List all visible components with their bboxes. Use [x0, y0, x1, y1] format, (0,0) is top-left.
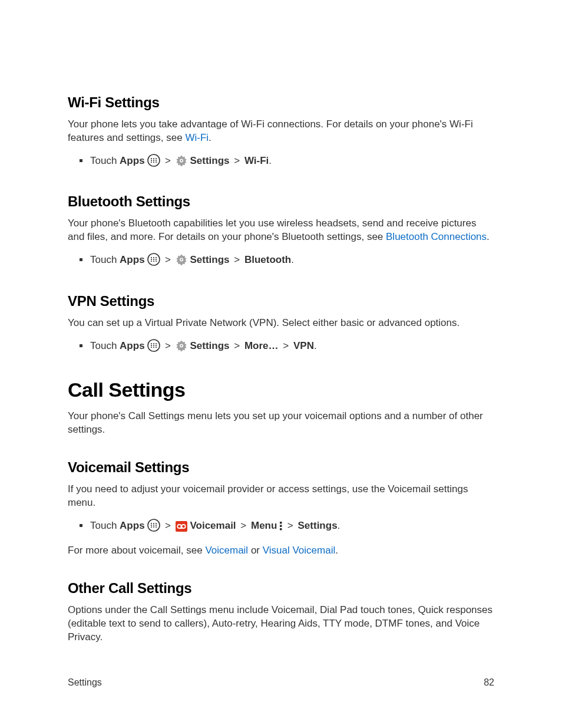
settings-gear-icon [176, 253, 187, 271]
vpn-description: You can set up a Virtual Private Network… [68, 317, 494, 330]
label-apps: Apps [120, 254, 145, 265]
label-voicemail: Voicemail [190, 520, 236, 531]
section-voicemail: Voicemail Settings If you need to adjust… [68, 459, 494, 558]
section-vpn: VPN Settings You can set up a Virtual Pr… [68, 293, 494, 356]
wifi-step-item: Touch Apps > Settings > Wi-Fi. [80, 153, 494, 172]
label-more: More… [244, 340, 279, 351]
footer-section-name: Settings [68, 677, 102, 688]
label-apps: Apps [120, 520, 145, 531]
apps-icon [147, 519, 160, 536]
bluetooth-step-item: Touch Apps > Settings > Bluetooth. [80, 252, 494, 271]
call-settings-description: Your phone's Call Settings menu lets you… [68, 410, 494, 437]
apps-icon [147, 339, 160, 357]
section-wifi: Wi-Fi Settings Your phone lets you take … [68, 94, 494, 171]
menu-overflow-icon [280, 520, 283, 535]
label-apps: Apps [120, 155, 145, 166]
section-other-call: Other Call Settings Options under the Ca… [68, 580, 494, 644]
voicemail-step-item: Touch Apps > Voicemail > Menu > Settings… [80, 518, 494, 536]
label-settings: Settings [190, 254, 229, 265]
bluetooth-description: Your phone's Bluetooth capabilities let … [68, 217, 494, 244]
footer-page-number: 82 [484, 677, 494, 688]
heading-bluetooth-settings: Bluetooth Settings [68, 193, 494, 210]
page-content: Wi-Fi Settings Your phone lets you take … [0, 0, 562, 644]
vpn-steps-list: Touch Apps > Settings > More… > VPN. [68, 338, 494, 357]
voicemail-steps-list: Touch Apps > Voicemail > Menu > Settings… [68, 518, 494, 536]
label-vpn: VPN [293, 340, 314, 351]
label-settings: Settings [298, 520, 338, 531]
settings-gear-icon [176, 154, 187, 172]
label-settings: Settings [190, 155, 229, 166]
link-bluetooth-connections[interactable]: Bluetooth Connections [386, 231, 487, 242]
apps-icon [147, 253, 160, 271]
voicemail-footnote: For more about voicemail, see Voicemail … [68, 544, 494, 558]
link-voicemail[interactable]: Voicemail [205, 545, 248, 556]
wifi-description: Your phone lets you take advantage of Wi… [68, 118, 494, 145]
other-call-description: Options under the Call Settings menu inc… [68, 604, 494, 644]
label-menu: Menu [251, 520, 277, 531]
voicemail-icon [176, 521, 187, 536]
label-apps: Apps [120, 340, 145, 351]
label-bluetooth: Bluetooth [244, 254, 291, 265]
wifi-steps-list: Touch Apps > Settings > Wi-Fi. [68, 153, 494, 172]
label-wifi: Wi-Fi [244, 155, 269, 166]
link-visual-voicemail[interactable]: Visual Voicemail [263, 545, 335, 556]
settings-gear-icon [176, 340, 187, 357]
heading-vpn-settings: VPN Settings [68, 293, 494, 309]
label-settings: Settings [190, 340, 229, 351]
section-bluetooth: Bluetooth Settings Your phone's Bluetoot… [68, 193, 494, 270]
heading-voicemail-settings: Voicemail Settings [68, 459, 494, 476]
vpn-step-item: Touch Apps > Settings > More… > VPN. [80, 338, 494, 357]
heading-other-call-settings: Other Call Settings [68, 580, 494, 597]
link-wifi[interactable]: Wi-Fi [185, 132, 209, 143]
page-footer: Settings 82 [68, 677, 494, 688]
voicemail-description: If you need to adjust your voicemail pro… [68, 483, 494, 510]
section-call-settings: Call Settings Your phone's Call Settings… [68, 378, 494, 437]
heading-call-settings: Call Settings [68, 378, 494, 401]
heading-wifi-settings: Wi-Fi Settings [68, 94, 494, 111]
bluetooth-steps-list: Touch Apps > Settings > Bluetooth. [68, 252, 494, 271]
apps-icon [147, 154, 160, 172]
